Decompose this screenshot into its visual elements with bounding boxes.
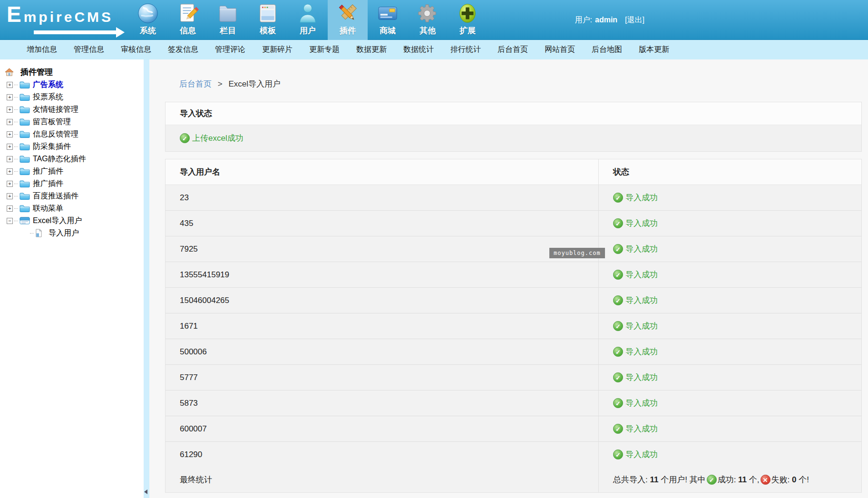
subnav-item-1[interactable]: 管理信息 <box>74 45 104 55</box>
subnav-item-0[interactable]: 增加信息 <box>27 45 57 55</box>
check-circle-icon <box>613 347 623 357</box>
nav-item-globe[interactable]: 系统 <box>128 0 168 40</box>
sidebar-title-label: 插件管理 <box>20 67 53 78</box>
subnav-item-7[interactable]: 数据更新 <box>356 45 387 55</box>
doc-icon <box>35 229 46 237</box>
check-circle-icon <box>613 295 623 305</box>
subnav-item-9[interactable]: 排行统计 <box>450 45 481 55</box>
subnav-item-5[interactable]: 更新碎片 <box>262 45 293 55</box>
import-status-panel: 导入状态 上传excel成功 <box>165 102 862 152</box>
subnav-item-8[interactable]: 数据统计 <box>403 45 434 55</box>
status-cell: 导入成功 <box>598 262 861 287</box>
nav-item-folder[interactable]: 栏目 <box>208 0 248 40</box>
sidebar-item[interactable]: −Excel导入用户 <box>0 215 144 227</box>
subnav-item-3[interactable]: 签发信息 <box>168 45 198 55</box>
subnav-item-6[interactable]: 更新专题 <box>309 45 340 55</box>
plus-box-icon[interactable]: + <box>7 144 13 150</box>
folder-icon <box>20 142 30 151</box>
sidebar-item[interactable]: +投票系统 <box>0 91 144 103</box>
plus-box-icon[interactable]: + <box>7 181 13 187</box>
upload-status-message: 上传excel成功 <box>180 133 847 144</box>
minus-box-icon[interactable]: − <box>7 218 13 224</box>
footer-stats: 总共导入: 11 个用户! 其中成功: 11 个,失败: 0 个! <box>598 467 861 492</box>
plus-box-icon[interactable]: + <box>7 168 13 175</box>
subnav-item-13[interactable]: 版本更新 <box>639 45 669 55</box>
plus-box-icon[interactable]: + <box>7 205 13 212</box>
stats-total-count: 11 <box>650 475 658 485</box>
subnav-item-10[interactable]: 后台首页 <box>497 45 528 55</box>
sidebar-item[interactable]: +友情链接管理 <box>0 103 144 116</box>
tree-connector <box>14 122 18 122</box>
main-nav: 系统信息栏目模板用户插件商城其他扩展 <box>128 0 488 40</box>
folder-icon <box>217 2 239 24</box>
user-label: 用户: <box>575 15 592 25</box>
nav-item-document[interactable]: 信息 <box>168 0 208 40</box>
table-row: 435导入成功 <box>166 211 861 236</box>
logout-link[interactable]: [退出] <box>625 15 644 25</box>
stats-ok-label: 成功: <box>718 474 738 485</box>
sidebar-item[interactable]: +推广插件 <box>0 165 144 177</box>
nav-item-user[interactable]: 用户 <box>288 0 328 40</box>
status-text: 导入成功 <box>625 423 658 434</box>
plus-box-icon[interactable]: + <box>7 119 13 125</box>
subnav-item-2[interactable]: 审核信息 <box>121 45 151 55</box>
nav-item-window[interactable]: 模板 <box>248 0 288 40</box>
check-circle-icon <box>613 270 623 280</box>
plus-box-icon[interactable]: + <box>7 156 13 162</box>
folder-icon <box>20 155 30 163</box>
sidebar-item[interactable]: 导入用户 <box>0 227 144 239</box>
stats-fail-suffix: 个! <box>796 474 809 485</box>
plus-box-icon[interactable]: + <box>7 107 13 113</box>
content-wrap: 插件管理 +广告系统+投票系统+友情链接管理+留言板管理+信息反馈管理+防采集插… <box>0 59 868 498</box>
sidebar-item[interactable]: +推广插件 <box>0 177 144 190</box>
folder-icon <box>20 167 30 176</box>
watermark: moyublog.com <box>549 248 605 258</box>
sidebar-item[interactable]: +留言板管理 <box>0 116 144 128</box>
plus-box-icon[interactable]: + <box>7 82 13 88</box>
subnav-item-4[interactable]: 管理评论 <box>215 45 245 55</box>
plus-box-icon[interactable]: + <box>7 193 13 199</box>
sidebar-item[interactable]: +信息反馈管理 <box>0 128 144 140</box>
sidebar-item[interactable]: +联动菜单 <box>0 202 144 215</box>
sidebar-splitter[interactable] <box>144 59 149 498</box>
nav-item-gear[interactable]: 其他 <box>408 0 448 40</box>
sidebar-item[interactable]: +TAG静态化插件 <box>0 153 144 165</box>
sidebar-item[interactable]: +百度推送插件 <box>0 190 144 202</box>
tree-connector <box>14 134 18 135</box>
tree-connector <box>14 109 18 110</box>
username-cell: 23 <box>166 185 598 210</box>
tree-connector <box>14 85 18 85</box>
top-header: EmpireCMS 系统信息栏目模板用户插件商城其他扩展 用户: admin [… <box>0 0 868 40</box>
plus-box-icon[interactable]: + <box>7 94 13 100</box>
collapse-sidebar-icon[interactable] <box>144 489 147 494</box>
check-circle-icon <box>613 449 623 459</box>
nav-item-mall[interactable]: 商城 <box>368 0 408 40</box>
status-cell: 导入成功 <box>598 236 861 262</box>
x-circle-icon <box>761 475 770 485</box>
document-icon <box>177 2 199 24</box>
status-text: 导入成功 <box>625 218 658 229</box>
stats-total-prefix: 总共导入: <box>613 474 650 485</box>
table-row: 61290导入成功 <box>166 442 861 467</box>
import-result-table: 导入用户名 状态 23导入成功435导入成功7925导入成功1355541591… <box>165 159 862 493</box>
sidebar-item[interactable]: +防采集插件 <box>0 140 144 153</box>
breadcrumb-home-link[interactable]: 后台首页 <box>179 79 212 88</box>
sidebar-item[interactable]: +广告系统 <box>0 78 144 91</box>
subnav-item-12[interactable]: 后台地图 <box>592 45 622 55</box>
folder-icon <box>20 105 30 114</box>
table-row: 15046004265导入成功 <box>166 288 861 313</box>
nav-item-plugin[interactable]: 插件 <box>328 0 368 40</box>
folder-icon <box>20 192 30 200</box>
username-cell: 600007 <box>166 416 598 441</box>
folder-icon <box>20 179 30 188</box>
logo[interactable]: EmpireCMS <box>7 2 140 38</box>
status-text: 导入成功 <box>625 244 658 254</box>
column-header-status: 状态 <box>598 159 861 185</box>
check-circle-icon <box>613 398 623 408</box>
folder-icon <box>20 80 30 89</box>
main-content: 后台首页 > Excel导入用户 导入状态 上传excel成功 导入用户名 状态… <box>149 59 868 498</box>
table-row: 23导入成功 <box>166 185 861 211</box>
subnav-item-11[interactable]: 网站首页 <box>545 45 575 55</box>
plus-box-icon[interactable]: + <box>7 131 13 137</box>
nav-item-expand[interactable]: 扩展 <box>448 0 488 40</box>
